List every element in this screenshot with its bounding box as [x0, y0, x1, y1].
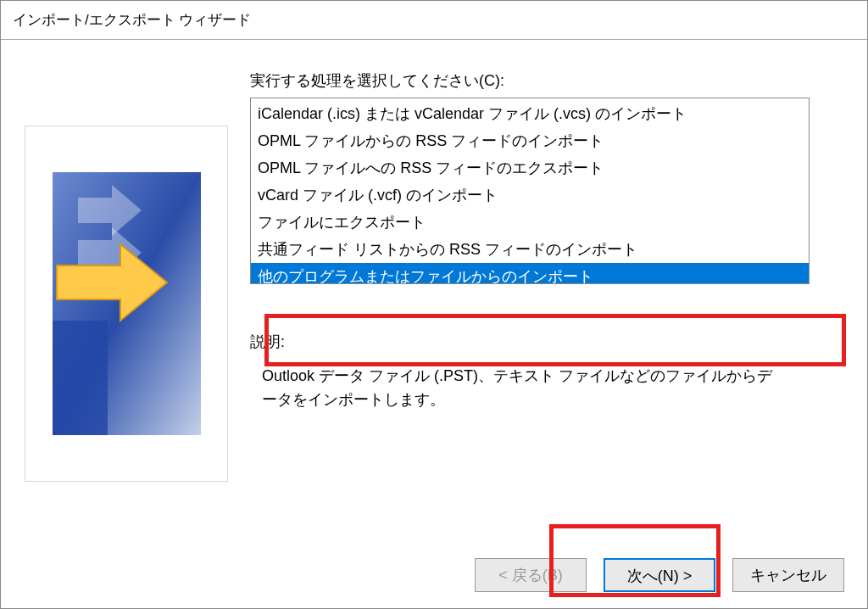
list-item[interactable]: OPML ファイルへの RSS フィードのエクスポート [251, 154, 809, 182]
right-panel: 実行する処理を選択してください(C): iCalendar (.ics) または… [250, 70, 843, 515]
list-item[interactable]: OPML ファイルからの RSS フィードのインポート [251, 127, 809, 154]
wizard-image [25, 126, 228, 482]
cancel-button[interactable]: キャンセル [732, 558, 844, 592]
action-list-label: 実行する処理を選択してください(C): [250, 70, 843, 91]
action-listbox[interactable]: iCalendar (.ics) または vCalendar ファイル (.vc… [250, 98, 810, 284]
list-item[interactable]: 共通フィード リストからの RSS フィードのインポート [251, 236, 809, 263]
description-text: Outlook データ ファイル (.PST)、テキスト ファイルなどのファイル… [250, 352, 793, 411]
back-button: < 戻る(B) [475, 558, 587, 592]
button-row: < 戻る(B) 次へ(N) > キャンセル [475, 558, 844, 592]
dialog-content: 実行する処理を選択してください(C): iCalendar (.ics) または… [1, 40, 867, 515]
window-titlebar: インポート/エクスポート ウィザード [1, 1, 867, 40]
import-export-icon [53, 172, 201, 435]
list-item[interactable]: iCalendar (.ics) または vCalendar ファイル (.vc… [251, 100, 809, 127]
description-label: 説明: [250, 332, 843, 352]
list-item-selected[interactable]: 他のプログラムまたはファイルからのインポート [251, 263, 809, 284]
svg-rect-1 [53, 321, 108, 435]
next-button[interactable]: 次へ(N) > [604, 558, 715, 592]
window-title: インポート/エクスポート ウィザード [13, 10, 251, 30]
list-item[interactable]: ファイルにエクスポート [251, 209, 809, 236]
list-item[interactable]: vCard ファイル (.vcf) のインポート [251, 182, 809, 209]
